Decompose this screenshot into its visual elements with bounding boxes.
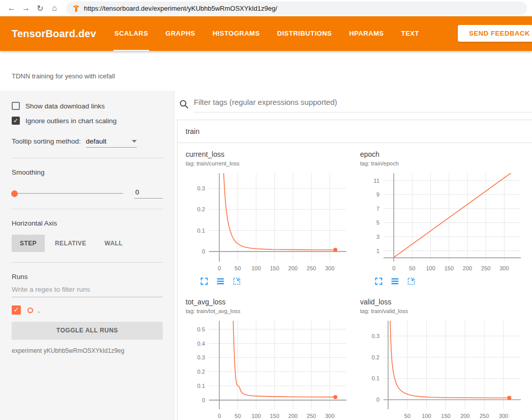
- page: ← → ↻ ⌂ https://tensorboard.dev/experime…: [0, 0, 532, 420]
- svg-text:0.1: 0.1: [372, 375, 379, 381]
- runs-label: Runs: [12, 273, 163, 281]
- svg-text:7: 7: [376, 206, 379, 212]
- svg-text:100: 100: [426, 265, 435, 271]
- chart-title: epoch: [360, 150, 530, 159]
- svg-text:3: 3: [376, 234, 379, 240]
- chart-plot-tot_avg_loss[interactable]: 05010015020025030000.10.20.30.40.5: [186, 318, 353, 420]
- run-row[interactable]: ✓ .: [12, 305, 163, 315]
- maximize-icon[interactable]: [200, 277, 209, 286]
- svg-text:300: 300: [499, 413, 508, 419]
- svg-text:9: 9: [376, 191, 379, 198]
- run-checkbox[interactable]: ✓: [12, 305, 21, 315]
- chevron-down-icon: [132, 140, 137, 143]
- tab-scalars[interactable]: SCALARS: [114, 16, 148, 51]
- forward-icon[interactable]: →: [19, 4, 33, 13]
- axis-wall-button[interactable]: WALL: [97, 235, 131, 252]
- show-download-links-row[interactable]: Show data download links: [12, 102, 163, 110]
- svg-text:250: 250: [480, 413, 489, 419]
- train-section-card: train current_losstag: train/current_los…: [177, 120, 532, 420]
- svg-text:50: 50: [409, 265, 415, 271]
- svg-text:0: 0: [202, 248, 205, 255]
- smoothing-value[interactable]: 0: [134, 188, 163, 199]
- axis-step-button[interactable]: STEP: [12, 235, 45, 252]
- tooltip-sorting-label: Tooltip sorting method:: [12, 137, 81, 145]
- tab-histograms[interactable]: HISTOGRAMS: [213, 16, 260, 51]
- settings-sidebar: Show data download links ✓ Ignore outlie…: [0, 91, 174, 420]
- experiment-description: TDNN training for yesno with icefall: [12, 72, 115, 80]
- chart-tag: tag: train/epoch: [360, 160, 530, 167]
- chart-plot-valid_loss[interactable]: 5010015020025030000.10.20.3: [360, 318, 528, 420]
- ignore-outliers-label: Ignore outliers in chart scaling: [25, 117, 116, 125]
- section-train-header[interactable]: train: [178, 120, 532, 143]
- log-scale-icon[interactable]: [391, 277, 399, 286]
- chart-title: valid_loss: [360, 298, 530, 306]
- svg-text:1: 1: [376, 248, 379, 254]
- svg-text:250: 250: [481, 265, 490, 271]
- svg-text:0.2: 0.2: [197, 206, 205, 212]
- browser-toolbar: ← → ↻ ⌂ https://tensorboard.dev/experime…: [0, 0, 532, 16]
- dropdown-value: default: [86, 137, 107, 145]
- runs-filter-input[interactable]: [12, 281, 163, 297]
- svg-text:300: 300: [325, 265, 334, 271]
- run-color-circle-icon: [27, 307, 33, 313]
- smoothing-slider[interactable]: [12, 193, 123, 194]
- tab-text[interactable]: TEXT: [401, 16, 419, 51]
- svg-text:0: 0: [218, 413, 221, 419]
- content: Show data download links ✓ Ignore outlie…: [0, 91, 532, 420]
- home-icon[interactable]: ⌂: [48, 4, 61, 13]
- svg-text:100: 100: [251, 265, 260, 271]
- toggle-all-runs-button[interactable]: TOGGLE ALL RUNS: [12, 322, 163, 339]
- address-bar[interactable]: https://tensorboard.dev/experiment/yKUbh…: [66, 2, 527, 15]
- svg-text:0.2: 0.2: [372, 354, 379, 360]
- slider-thumb[interactable]: [11, 190, 18, 197]
- svg-text:50: 50: [404, 413, 410, 419]
- svg-text:200: 200: [288, 265, 298, 271]
- tooltip-sorting-dropdown[interactable]: default: [86, 137, 137, 148]
- svg-text:100: 100: [251, 413, 260, 419]
- axis-relative-button[interactable]: RELATIVE: [47, 235, 95, 252]
- app-logo[interactable]: TensorBoard.dev: [12, 28, 96, 40]
- experiment-id: experiment yKUbhb5wRmOSXYkId1z9eg: [12, 347, 163, 354]
- url-text: https://tensorboard.dev/experiment/yKUbh…: [84, 5, 277, 12]
- run-name: .: [38, 306, 40, 314]
- charts-grid: current_losstag: train/current_loss05010…: [178, 143, 532, 420]
- fit-domain-icon[interactable]: [232, 277, 241, 286]
- show-download-checkbox[interactable]: [12, 102, 20, 110]
- chart-tag: tag: train/current_loss: [186, 160, 356, 167]
- chart-toolbar: [186, 277, 356, 286]
- ignore-outliers-checkbox[interactable]: ✓: [12, 117, 20, 125]
- main-panel: train current_losstag: train/current_los…: [174, 91, 532, 420]
- log-scale-icon[interactable]: [216, 277, 225, 286]
- tab-hparams[interactable]: HPARAMS: [349, 16, 383, 51]
- chart-card-current_loss: current_losstag: train/current_loss05010…: [186, 150, 356, 286]
- svg-text:0.1: 0.1: [197, 383, 205, 389]
- tab-graphs[interactable]: GRAPHS: [165, 16, 195, 51]
- chart-toolbar: [360, 277, 530, 286]
- smoothing-slider-row: 0: [12, 188, 163, 199]
- maximize-icon[interactable]: [374, 277, 383, 286]
- tensorboard-favicon: [72, 5, 80, 12]
- back-icon[interactable]: ←: [5, 4, 18, 13]
- reload-icon[interactable]: ↻: [34, 4, 47, 13]
- filter-tags-input[interactable]: [194, 96, 532, 113]
- svg-text:0.3: 0.3: [372, 333, 379, 339]
- svg-text:0: 0: [392, 265, 395, 271]
- smoothing-label: Smoothing: [12, 169, 163, 176]
- tab-distributions[interactable]: DISTRIBUTIONS: [277, 16, 332, 51]
- svg-text:200: 200: [463, 265, 472, 271]
- ignore-outliers-row[interactable]: ✓ Ignore outliers in chart scaling: [12, 117, 163, 125]
- svg-text:50: 50: [234, 265, 241, 271]
- description-bar: TDNN training for yesno with icefall: [0, 51, 532, 91]
- fit-domain-icon[interactable]: [407, 277, 416, 286]
- svg-text:0.3: 0.3: [197, 185, 205, 191]
- chart-card-tot_avg_loss: tot_avg_losstag: train/tot_avg_loss05010…: [186, 298, 356, 420]
- send-feedback-button[interactable]: SEND FEEDBACK: [458, 25, 532, 42]
- chart-tag: tag: train/valid_loss: [360, 307, 530, 315]
- svg-text:0: 0: [202, 397, 205, 403]
- svg-text:250: 250: [307, 265, 316, 271]
- chart-plot-epoch[interactable]: 0501001502002503001357911: [360, 170, 528, 275]
- show-download-label: Show data download links: [25, 102, 105, 110]
- chart-plot-current_loss[interactable]: 05010015020025030000.10.20.3: [186, 170, 353, 275]
- svg-text:200: 200: [460, 413, 469, 419]
- svg-text:0.5: 0.5: [197, 326, 205, 332]
